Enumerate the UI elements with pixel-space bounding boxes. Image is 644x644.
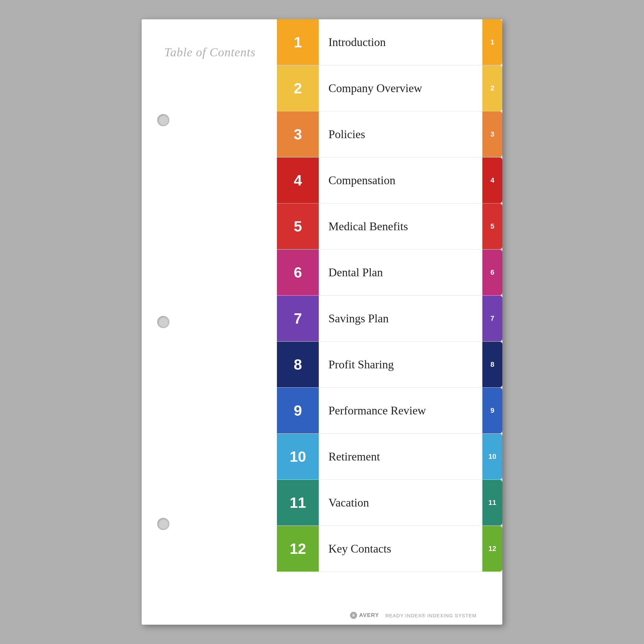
num-box-3: 3 [277, 111, 319, 157]
tab-stub-8[interactable]: 8 [482, 342, 502, 387]
toc-entry-9[interactable]: 9 Performance Review 9 [277, 388, 502, 434]
tab-stub-1[interactable]: 1 [482, 19, 502, 65]
num-box-9: 9 [277, 388, 319, 433]
avery-logo: A AVERY [350, 612, 379, 619]
label-area-5: Medical Benefits [319, 204, 482, 249]
page: Table of Contents 1 Introduction 1 2 Com… [142, 19, 502, 625]
tab-stub-11[interactable]: 11 [482, 480, 502, 526]
title-area: Table of Contents [155, 39, 256, 59]
tab-stub-3[interactable]: 3 [482, 111, 502, 157]
binder-hole-bottom [157, 518, 169, 530]
label-area-12: Key Contacts [319, 526, 482, 572]
num-box-12: 12 [277, 526, 319, 572]
binder-hole-top [157, 114, 169, 126]
toc-entry-10[interactable]: 10 Retirement 10 [277, 434, 502, 480]
label-area-1: Introduction [319, 19, 482, 65]
toc-entry-4[interactable]: 4 Compensation 4 [277, 157, 502, 204]
toc-entry-1[interactable]: 1 Introduction 1 [277, 19, 502, 65]
tab-stub-6[interactable]: 6 [482, 250, 502, 295]
tab-stub-9[interactable]: 9 [482, 388, 502, 433]
avery-brand: AVERY [359, 612, 379, 619]
num-box-6: 6 [277, 250, 319, 295]
tab-stub-4[interactable]: 4 [482, 157, 502, 203]
toc-title: Table of Contents [164, 45, 256, 59]
left-panel: Table of Contents [142, 19, 277, 625]
toc-entry-6[interactable]: 6 Dental Plan 6 [277, 250, 502, 296]
toc-entry-8[interactable]: 8 Profit Sharing 8 [277, 342, 502, 388]
num-box-2: 2 [277, 65, 319, 111]
toc-entry-5[interactable]: 5 Medical Benefits 5 [277, 204, 502, 250]
toc-entry-11[interactable]: 11 Vacation 11 [277, 480, 502, 526]
num-box-1: 1 [277, 19, 319, 65]
num-box-7: 7 [277, 296, 319, 341]
num-box-5: 5 [277, 204, 319, 249]
label-area-2: Company Overview [319, 65, 482, 111]
label-area-8: Profit Sharing [319, 342, 482, 387]
footer-tagline: READY INDEX® INDEXING SYSTEM [385, 613, 477, 618]
tab-stub-7[interactable]: 7 [482, 296, 502, 341]
avery-logo-symbol: A [350, 612, 357, 619]
num-box-11: 11 [277, 480, 319, 526]
tab-stub-10[interactable]: 10 [482, 434, 502, 479]
right-panel: 1 Introduction 1 2 Company Overview 2 3 … [277, 19, 502, 625]
tab-stub-2[interactable]: 2 [482, 65, 502, 111]
toc-entry-7[interactable]: 7 Savings Plan 7 [277, 296, 502, 342]
num-box-8: 8 [277, 342, 319, 387]
label-area-10: Retirement [319, 434, 482, 479]
tab-stub-5[interactable]: 5 [482, 204, 502, 249]
num-box-4: 4 [277, 157, 319, 203]
label-area-3: Policies [319, 111, 482, 157]
toc-entry-2[interactable]: 2 Company Overview 2 [277, 65, 502, 111]
toc-entry-12[interactable]: 12 Key Contacts 12 [277, 526, 502, 572]
label-area-4: Compensation [319, 157, 482, 203]
num-box-10: 10 [277, 434, 319, 479]
tab-stub-12[interactable]: 12 [482, 526, 502, 572]
label-area-7: Savings Plan [319, 296, 482, 341]
toc-entry-3[interactable]: 3 Policies 3 [277, 111, 502, 157]
label-area-9: Performance Review [319, 388, 482, 433]
label-area-11: Vacation [319, 480, 482, 526]
label-area-6: Dental Plan [319, 250, 482, 295]
binder-holes [157, 19, 169, 625]
binder-hole-middle [157, 316, 169, 328]
footer: A AVERY READY INDEX® INDEXING SYSTEM [350, 612, 477, 619]
